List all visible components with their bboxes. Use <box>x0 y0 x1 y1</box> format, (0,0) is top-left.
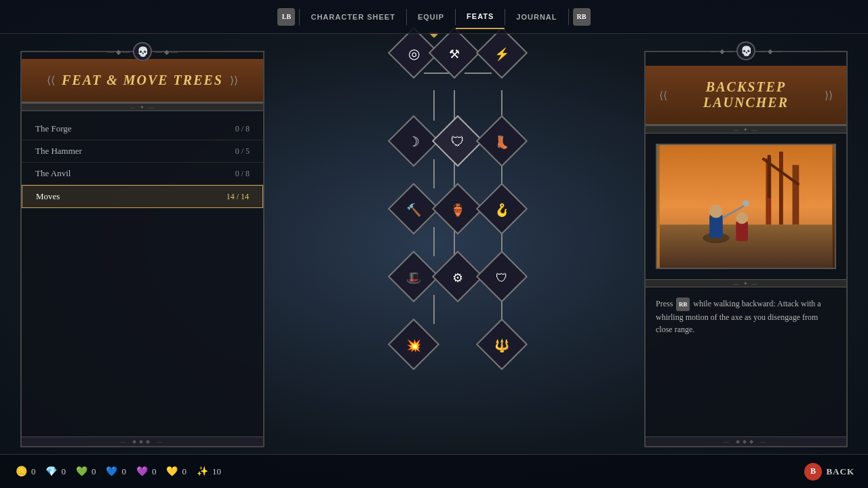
currency-4-icon: 💙 <box>104 464 119 479</box>
skill-node-3-2[interactable]: 🛡 <box>477 251 527 302</box>
lb-button[interactable]: LB <box>277 8 295 26</box>
svg-text:🛡: 🛡 <box>451 134 465 149</box>
tree-item-hammer[interactable]: The Hammer 0 / 5 <box>22 140 263 163</box>
left-panel-divider <box>22 103 263 111</box>
currency-5-icon: 💜 <box>134 464 149 479</box>
bottom-bar: 🪙 0 💎 0 💚 0 💙 0 💜 0 💛 0 ✨ 10 B BACK <box>0 454 868 488</box>
svg-text:🔱: 🔱 <box>494 338 510 353</box>
currency-gold: 🪙 0 <box>14 464 36 479</box>
skill-tree-svg: ◎ ⚒ ⚡ ☽ 🛡 👢 🔨 <box>353 53 556 432</box>
skill-node-1-1[interactable]: 🛡 <box>433 116 483 166</box>
svg-text:☽: ☽ <box>408 134 420 149</box>
svg-point-57 <box>709 205 723 218</box>
currency-6: 💛 0 <box>165 464 187 479</box>
tree-item-anvil[interactable]: The Anvil 0 / 8 <box>22 163 263 185</box>
skill-node-1-0[interactable]: ☽ <box>389 116 439 166</box>
svg-text:🎩: 🎩 <box>406 270 422 285</box>
svg-text:⚒: ⚒ <box>449 47 460 61</box>
left-panel-header: ⟨⟨ Feat & Move Trees ⟩⟩ <box>22 59 263 103</box>
svg-rect-51 <box>779 152 783 225</box>
top-navigation: LB Character Sheet Equip Feats Journal R… <box>0 0 868 34</box>
tree-item-forge-count: 0 / 8 <box>235 124 250 134</box>
back-label: BACK <box>826 466 854 477</box>
svg-text:💥: 💥 <box>406 338 422 353</box>
skill-node-2-2[interactable]: 🪝 <box>477 184 527 234</box>
right-panel: — ◆ — 💀 — ◆ — ⟨⟨ Backstep Launcher ⟩⟩ <box>644 51 848 447</box>
gold-icon: 🪙 <box>14 464 28 479</box>
tree-item-moves-name: Moves <box>36 191 60 202</box>
currency-5: 💜 0 <box>134 464 157 479</box>
nav-separator-5 <box>568 9 569 25</box>
right-panel-divider <box>646 125 846 134</box>
currency-2-icon: 💎 <box>44 464 59 479</box>
right-panel-title: Backstep Launcher <box>674 79 818 110</box>
currency-6-icon: 💛 <box>165 464 180 479</box>
tree-item-anvil-name: The Anvil <box>35 168 71 179</box>
currency-4: 💙 0 <box>104 464 127 479</box>
currency-3-value: 0 <box>92 466 96 477</box>
skill-node-4-1[interactable]: 🔱 <box>477 319 527 369</box>
svg-text:👢: 👢 <box>494 135 510 150</box>
left-panel: — ◆ — 💀 — ◆ — ⟨⟨ Feat & Move Trees ⟩⟩ Th… <box>20 51 264 447</box>
skill-node-1-2[interactable]: 👢 <box>477 116 527 166</box>
svg-text:🪝: 🪝 <box>494 203 510 218</box>
skill-node-2-1[interactable]: 🏺 <box>433 184 483 234</box>
currency-2: 💎 0 <box>44 464 66 479</box>
special-value: 10 <box>212 466 221 477</box>
svg-rect-56 <box>709 215 723 238</box>
svg-text:🔨: 🔨 <box>406 203 422 218</box>
svg-text:◎: ◎ <box>408 46 420 61</box>
skill-node-0-2[interactable]: ⚡ <box>477 28 527 78</box>
right-desc-divider <box>646 279 846 287</box>
skill-node-3-0[interactable]: 🎩 <box>389 251 439 302</box>
tab-feats[interactable]: Feats <box>456 5 505 29</box>
svg-point-61 <box>736 212 748 224</box>
skill-description: Press RB while walking backward: Attack … <box>646 287 846 346</box>
skill-node-2-0[interactable]: 🔨 <box>389 184 439 234</box>
currency-5-value: 0 <box>152 466 157 477</box>
rb-badge: RB <box>676 298 690 311</box>
svg-text:🛡: 🛡 <box>496 271 508 285</box>
currency-2-value: 0 <box>62 466 66 477</box>
gold-value: 0 <box>31 466 36 477</box>
tree-item-moves[interactable]: Moves 14 / 14 <box>22 185 263 208</box>
tree-item-moves-count: 14 / 14 <box>226 192 249 202</box>
skill-scene-svg <box>657 145 835 268</box>
rb-button[interactable]: RB <box>573 8 591 26</box>
tree-item-forge[interactable]: The Forge 0 / 8 <box>22 118 263 140</box>
skill-node-4-0[interactable]: 💥 <box>389 319 439 369</box>
right-panel-header: ⟨⟨ Backstep Launcher ⟩⟩ <box>646 66 846 125</box>
tab-equip[interactable]: Equip <box>407 5 455 29</box>
skill-node-3-1[interactable]: ⚙ <box>433 251 483 302</box>
skill-preview-image <box>656 144 836 269</box>
svg-text:⚡: ⚡ <box>494 47 510 62</box>
currency-4-value: 0 <box>122 466 127 477</box>
currency-items: 🪙 0 💎 0 💚 0 💙 0 💜 0 💛 0 ✨ 10 <box>14 464 221 479</box>
svg-rect-60 <box>736 222 748 241</box>
currency-3: 💚 0 <box>74 464 96 479</box>
tree-item-hammer-count: 0 / 5 <box>235 146 250 157</box>
left-panel-title: Feat & Move Trees <box>62 73 223 88</box>
svg-text:⚙: ⚙ <box>452 271 463 285</box>
back-button[interactable]: B BACK <box>804 463 854 481</box>
tab-character-sheet[interactable]: Character Sheet <box>300 5 406 29</box>
svg-rect-52 <box>792 165 799 224</box>
tree-item-anvil-count: 0 / 8 <box>235 169 250 179</box>
currency-6-value: 0 <box>182 466 187 477</box>
tab-journal[interactable]: Journal <box>505 5 568 29</box>
special-icon: ✨ <box>195 464 210 479</box>
currency-special: ✨ 10 <box>195 464 221 479</box>
b-badge: B <box>804 463 822 481</box>
currency-3-icon: 💚 <box>74 464 89 479</box>
svg-text:🏺: 🏺 <box>450 203 466 218</box>
svg-point-59 <box>743 200 749 207</box>
tree-item-forge-name: The Forge <box>35 123 72 134</box>
center-skill-tree-area: ◎ ⚒ ⚡ ☽ 🛡 👢 🔨 <box>271 37 637 447</box>
tree-list: The Forge 0 / 8 The Hammer 0 / 5 The Anv… <box>22 111 263 446</box>
tree-item-hammer-name: The Hammer <box>35 146 82 157</box>
